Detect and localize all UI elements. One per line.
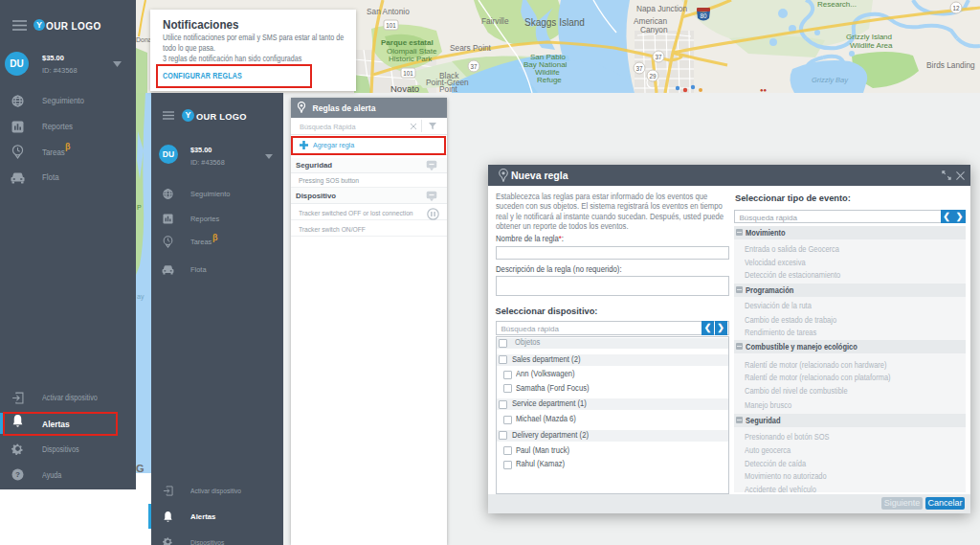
svg-text:101: 101 xyxy=(386,22,396,29)
svg-text:San Antonio: San Antonio xyxy=(367,7,410,16)
svg-text:Canyon: Canyon xyxy=(640,25,668,34)
svg-text:Parque estatal: Parque estatal xyxy=(381,38,434,47)
svg-text:37: 37 xyxy=(470,63,478,70)
svg-text:29: 29 xyxy=(649,73,657,79)
svg-text:Napa Junction: Napa Junction xyxy=(636,4,687,13)
svg-text:101: 101 xyxy=(403,70,413,77)
svg-text:Skaggs Island: Skaggs Island xyxy=(524,17,585,28)
svg-text:Point: Point xyxy=(439,84,458,93)
svg-text:37: 37 xyxy=(655,54,662,60)
svg-text:80: 80 xyxy=(700,12,707,19)
svg-text:12: 12 xyxy=(952,5,960,11)
svg-text:37: 37 xyxy=(635,65,643,72)
svg-text:Grizzly Bay: Grizzly Bay xyxy=(812,76,849,84)
svg-text:Grizzly Island: Grizzly Island xyxy=(846,33,892,41)
svg-text:Wildlife Area: Wildlife Area xyxy=(850,41,893,50)
svg-text:P: P xyxy=(137,204,142,211)
svg-text:?: ? xyxy=(15,470,20,479)
svg-text:Historic Park: Historic Park xyxy=(389,55,433,63)
svg-text:ay: ay xyxy=(137,293,145,301)
svg-text:Refuge: Refuge xyxy=(537,76,562,84)
svg-text:Novato: Novato xyxy=(390,83,419,93)
svg-text:Research...: Research... xyxy=(817,0,857,9)
svg-text:Birds Landing: Birds Landing xyxy=(926,60,975,70)
svg-text:Sears Point: Sears Point xyxy=(450,43,492,53)
svg-text:Fairville: Fairville xyxy=(481,16,509,26)
